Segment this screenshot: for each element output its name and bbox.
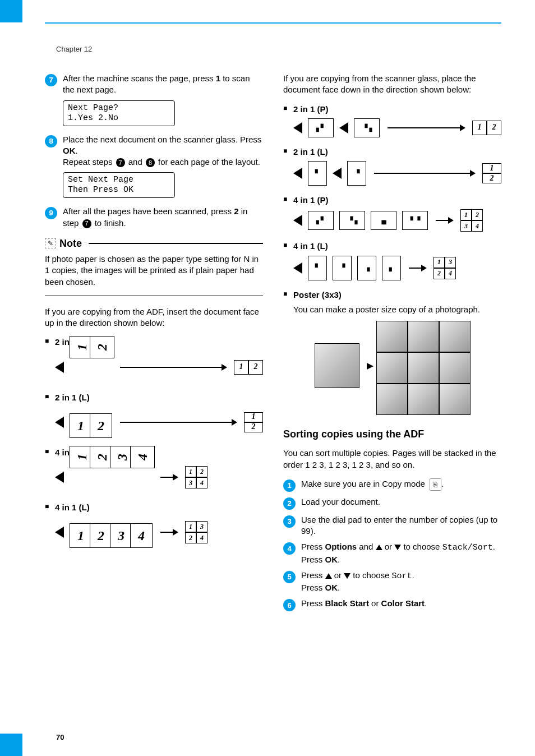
- side-tab-bottom: [0, 734, 22, 756]
- orient-tile: ▝: [347, 161, 366, 186]
- sort-intro: You can sort multiple copies. Pages will…: [283, 448, 501, 471]
- ref-dot-7b: 7: [82, 219, 91, 228]
- t: or: [382, 542, 395, 551]
- t: .: [493, 542, 495, 551]
- t: .: [425, 598, 427, 608]
- cascade: 1 2 3 4: [70, 462, 153, 493]
- note-rule: [89, 243, 263, 244]
- text: Press Black Start or Color Start.: [301, 598, 501, 609]
- t: or: [369, 598, 381, 608]
- chapter-label: Chapter 12: [56, 45, 92, 53]
- sort-step-5: 5 Press or to choose Sort. Press OK.: [283, 570, 501, 594]
- arrow-icon: [160, 477, 177, 478]
- orient-tile: ▖: [382, 256, 401, 280]
- step-8: 8 Place the next document on the scanner…: [45, 134, 263, 168]
- step-badge-1: 1: [283, 480, 296, 492]
- result: 12: [472, 121, 501, 135]
- lcd-line: 1.Yes 2.No: [68, 113, 170, 123]
- step-7-text: After the machine scans the page, press …: [63, 73, 263, 96]
- step-7: 7 After the machine scans the page, pres…: [45, 73, 263, 96]
- text: Press Options and or to choose Stack/Sor…: [301, 541, 501, 565]
- feed-arrow-icon: [55, 417, 64, 428]
- sort-step-4: 4 Press Options and or to choose Stack/S…: [283, 541, 501, 565]
- t: Press: [301, 542, 325, 551]
- copy-mode-icon: ⎘: [430, 478, 441, 491]
- text: Use the dial pad to enter the number of …: [301, 514, 501, 537]
- content-area: 7 After the machine scans the page, pres…: [45, 73, 501, 616]
- step-9: 9 After all the pages have been scanned,…: [45, 206, 263, 229]
- lcd-set-next: Set Next Page Then Press OK: [63, 172, 175, 198]
- g-diagram-2in1p: ▖▘ ▝▗ 12: [293, 118, 501, 137]
- arrow-icon: [388, 127, 464, 128]
- down-arrow-icon: [394, 545, 401, 550]
- t: Make sure you are in Copy mode: [301, 479, 427, 488]
- orient-tile: ▘: [308, 161, 327, 186]
- t: or: [332, 570, 344, 580]
- down-arrow-icon: [344, 573, 350, 579]
- result: 12: [482, 163, 501, 183]
- arrow-icon: [160, 532, 177, 533]
- layout-4in1l: 4 in 1 (L): [55, 502, 263, 513]
- g-diagram-4in1p: ▖▘ ▝▗ ▗▖ ▘▝ 1234: [293, 209, 501, 232]
- sort-heading: Sorting copies using the ADF: [283, 427, 501, 441]
- lcd-next-page: Next Page? 1.Yes 2.No: [63, 100, 175, 126]
- side-tab-top: [0, 0, 22, 22]
- left-column: 7 After the machine scans the page, pres…: [45, 73, 263, 616]
- feed-arrow-icon: [293, 122, 302, 133]
- orient-tile: ▝▗: [354, 118, 380, 137]
- top-rule: [45, 22, 501, 24]
- feed-arrow-icon: [339, 122, 348, 133]
- step-badge-3: 3: [283, 515, 296, 528]
- orient-tile: ▘: [308, 256, 327, 280]
- poster-grid: [376, 321, 471, 415]
- feed-arrow-icon: [55, 527, 64, 538]
- orient-tile: ▗▖: [371, 211, 396, 230]
- ref-dot-8: 8: [146, 158, 155, 167]
- diagram-4in1l-adf: 1234 1324: [55, 517, 263, 548]
- mono: Sort: [392, 571, 412, 581]
- step-8-text: Place the next document on the scanner g…: [63, 134, 263, 168]
- result: 1324: [185, 521, 207, 543]
- diagram-2in1l-adf: 12 12: [55, 407, 263, 438]
- t: Press: [301, 570, 325, 580]
- text: Place the next document on the scanner g…: [63, 135, 261, 144]
- poster-head: Poster (3x3): [293, 289, 501, 301]
- orient-tile: ▗: [357, 256, 376, 280]
- t: Press: [301, 555, 325, 564]
- text: Make sure you are in Copy mode ⎘.: [301, 478, 501, 491]
- key-ok: OK: [325, 555, 338, 564]
- key-ok: OK: [63, 146, 76, 155]
- t: to choose: [401, 542, 442, 551]
- feed-arrow-icon: [333, 168, 342, 179]
- feed-arrow-icon: [293, 262, 302, 274]
- lcd-line: Next Page?: [68, 103, 170, 113]
- result: 1234: [185, 466, 207, 488]
- key-ok: OK: [325, 583, 338, 592]
- ref-dot-7: 7: [116, 158, 125, 167]
- key-black-start: Black Start: [325, 598, 369, 608]
- poster-figure: [293, 321, 491, 415]
- t: .: [338, 555, 340, 564]
- note-title: Note: [59, 237, 82, 250]
- key-2: 2: [234, 206, 238, 216]
- orient-tile: ▝▗: [339, 211, 365, 230]
- step-badge-7: 7: [45, 74, 57, 86]
- result: 12: [244, 412, 263, 432]
- feed-arrow-icon: [293, 215, 302, 226]
- text: Load your document.: [301, 496, 501, 508]
- step-badge-4: 4: [283, 542, 296, 555]
- g-diagram-4in1l: ▘ ▝ ▗ ▖ 1324: [293, 256, 501, 280]
- right-column: If you are copying from the scanner glas…: [283, 73, 501, 616]
- step-badge-8: 8: [45, 135, 57, 147]
- g-layout-4in1l: 4 in 1 (L): [293, 241, 501, 252]
- arrow-icon: [120, 422, 236, 423]
- cascade: 1 2: [70, 352, 112, 383]
- cascade: 12: [70, 407, 112, 438]
- step-9-text: After all the pages have been scanned, p…: [63, 206, 263, 229]
- orient-tile: ▖▘: [308, 118, 334, 137]
- g-diagram-2in1l: ▘ ▝ 12: [293, 161, 501, 186]
- arrow-icon: [436, 220, 453, 221]
- text: .: [76, 146, 78, 155]
- diagram-2in1p-adf: 1 2 12: [55, 352, 263, 383]
- up-arrow-icon: [376, 545, 382, 550]
